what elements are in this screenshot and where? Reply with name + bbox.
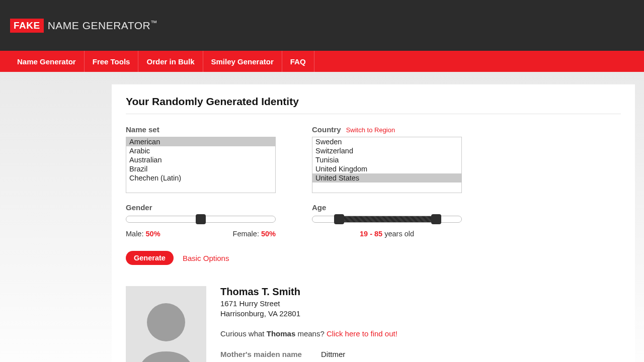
identity-street: 1671 Hurry Street	[220, 299, 397, 309]
detail-value: Dittmer	[321, 350, 345, 358]
page-title: Your Randomly Generated Identity	[126, 96, 621, 114]
nameset-option[interactable]: Brazil	[126, 164, 275, 173]
nav-free-tools[interactable]: Free Tools	[85, 51, 139, 72]
avatar	[126, 286, 206, 362]
detail-key: Mother's maiden name	[220, 350, 321, 358]
identity-name: Thomas T. Smith	[220, 286, 397, 298]
basic-options-link[interactable]: Basic Options	[183, 254, 229, 262]
nameset-option[interactable]: Chechen (Latin)	[126, 173, 275, 183]
country-option[interactable]: Tunisia	[312, 155, 461, 164]
nav-bar: Name Generator Free Tools Order in Bulk …	[0, 51, 644, 72]
nameset-option[interactable]: Australian	[126, 155, 275, 164]
country-option[interactable]: United Kingdom	[312, 164, 461, 173]
name-meaning-link[interactable]: Click here to find out!	[327, 329, 397, 338]
age-slider[interactable]	[312, 216, 462, 223]
country-label: Country Switch to Region	[312, 125, 473, 134]
gender-label: Gender	[126, 203, 287, 212]
nameset-option[interactable]: Arabic	[126, 146, 275, 155]
svg-point-1	[147, 303, 185, 341]
gender-slider-handle[interactable]	[196, 214, 206, 224]
generate-button[interactable]: Generate	[126, 251, 174, 265]
name-meaning-prompt: Curious what Thomas means? Click here to…	[220, 329, 397, 338]
nav-name-generator[interactable]: Name Generator	[9, 51, 85, 72]
logo-text: NAME GENERATOR™	[48, 19, 157, 32]
nameset-label: Name set	[126, 125, 287, 134]
country-option[interactable]: Switzerland	[312, 146, 461, 155]
nameset-listbox[interactable]: American Arabic Australian Brazil Cheche…	[126, 137, 276, 193]
top-bar: FAKE NAME GENERATOR™	[0, 0, 644, 51]
logo-badge: FAKE	[10, 19, 44, 33]
age-slider-max-handle[interactable]	[431, 214, 441, 224]
age-slider-min-handle[interactable]	[334, 214, 344, 224]
nav-faq[interactable]: FAQ	[282, 51, 314, 72]
country-option[interactable]: Sweden	[312, 137, 461, 146]
nav-smiley-generator[interactable]: Smiley Generator	[203, 51, 282, 72]
age-label: Age	[312, 203, 473, 212]
age-slider-fill	[339, 216, 436, 222]
nav-order-bulk[interactable]: Order in Bulk	[138, 51, 203, 72]
detail-row: Mother's maiden name Dittmer	[220, 350, 397, 358]
main-panel: Your Randomly Generated Identity Name se…	[112, 84, 635, 362]
country-listbox[interactable]: Sweden Switzerland Tunisia United Kingdo…	[312, 137, 462, 193]
switch-region-link[interactable]: Switch to Region	[346, 126, 395, 134]
nameset-option[interactable]: American	[126, 137, 275, 146]
identity-info: Thomas T. Smith 1671 Hurry Street Harris…	[220, 286, 397, 362]
avatar-silhouette-icon	[126, 286, 206, 362]
age-readout: 19 - 85 years old	[312, 230, 462, 238]
gender-slider[interactable]	[126, 216, 276, 223]
gender-readout: Male: 50% Female: 50%	[126, 230, 276, 238]
identity-citystate: Harrisonburg, VA 22801	[220, 309, 397, 319]
country-option[interactable]: United States	[312, 173, 461, 183]
